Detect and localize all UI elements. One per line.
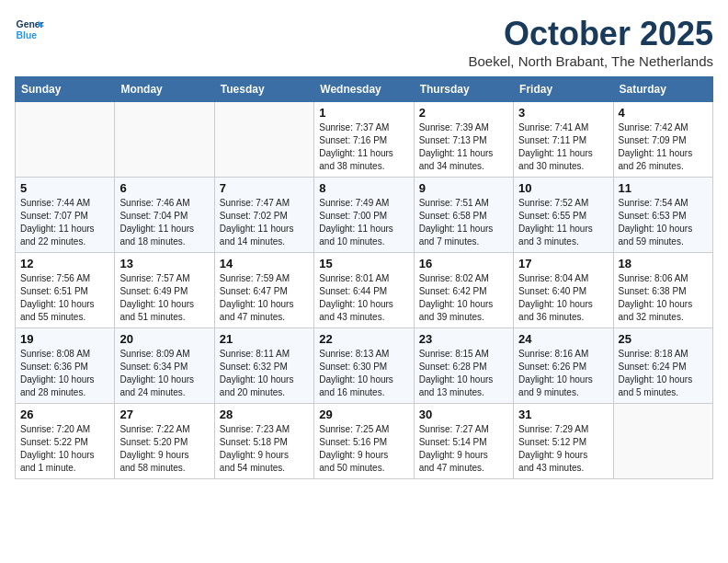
cell-day-number: 2 (419, 106, 508, 120)
calendar-cell: 4Sunrise: 7:42 AM Sunset: 7:09 PM Daylig… (613, 102, 712, 178)
cell-day-number: 25 (619, 332, 708, 346)
calendar-cell (115, 102, 214, 178)
cell-day-number: 31 (518, 408, 608, 421)
cell-day-info: Sunrise: 7:25 AM Sunset: 5:16 PM Dayligh… (319, 423, 408, 475)
calendar-cell: 28Sunrise: 7:23 AM Sunset: 5:18 PM Dayli… (214, 404, 313, 479)
calendar-cell: 31Sunrise: 7:29 AM Sunset: 5:12 PM Dayli… (514, 404, 613, 479)
cell-day-info: Sunrise: 8:11 AM Sunset: 6:32 PM Dayligh… (220, 348, 309, 399)
calendar-cell: 30Sunrise: 7:27 AM Sunset: 5:14 PM Dayli… (414, 404, 513, 479)
cell-day-info: Sunrise: 7:39 AM Sunset: 7:13 PM Dayligh… (419, 121, 508, 173)
calendar-cell: 2Sunrise: 7:39 AM Sunset: 7:13 PM Daylig… (414, 102, 513, 178)
cell-day-info: Sunrise: 7:52 AM Sunset: 6:55 PM Dayligh… (518, 197, 608, 248)
cell-day-number: 20 (119, 332, 209, 346)
cell-day-info: Sunrise: 7:44 AM Sunset: 7:07 PM Dayligh… (20, 197, 109, 248)
cell-day-number: 13 (119, 257, 209, 270)
cell-day-number: 24 (518, 332, 608, 346)
cell-day-number: 16 (419, 257, 508, 270)
cell-day-number: 3 (518, 106, 608, 120)
calendar-cell: 15Sunrise: 8:01 AM Sunset: 6:44 PM Dayli… (314, 253, 414, 328)
cell-day-info: Sunrise: 8:09 AM Sunset: 6:34 PM Dayligh… (119, 348, 209, 399)
cell-day-info: Sunrise: 7:27 AM Sunset: 5:14 PM Dayligh… (419, 423, 508, 475)
logo: General Blue (15, 15, 44, 44)
cell-day-number: 21 (220, 332, 309, 346)
svg-text:Blue: Blue (17, 30, 38, 40)
cell-day-info: Sunrise: 7:47 AM Sunset: 7:02 PM Dayligh… (220, 197, 309, 248)
page-header: General Blue October 2025 Boekel, North … (15, 15, 713, 69)
calendar-cell: 19Sunrise: 8:08 AM Sunset: 6:36 PM Dayli… (16, 328, 115, 404)
cell-day-info: Sunrise: 7:29 AM Sunset: 5:12 PM Dayligh… (518, 423, 608, 475)
calendar-cell: 27Sunrise: 7:22 AM Sunset: 5:20 PM Dayli… (115, 404, 214, 479)
location-subtitle: Boekel, North Brabant, The Netherlands (468, 53, 713, 69)
cell-day-number: 9 (419, 181, 508, 195)
cell-day-number: 1 (319, 106, 408, 120)
cell-day-info: Sunrise: 7:51 AM Sunset: 6:58 PM Dayligh… (419, 197, 508, 248)
month-title: October 2025 (468, 15, 713, 53)
calendar-cell: 13Sunrise: 7:57 AM Sunset: 6:49 PM Dayli… (115, 253, 214, 328)
cell-day-number: 14 (220, 257, 309, 270)
cell-day-number: 26 (20, 408, 109, 421)
cell-day-number: 6 (119, 181, 209, 195)
calendar-row: 1Sunrise: 7:37 AM Sunset: 7:16 PM Daylig… (16, 102, 713, 178)
cell-day-number: 7 (220, 181, 309, 195)
weekday-header: Saturday (613, 77, 712, 102)
calendar-cell (16, 102, 115, 178)
calendar-cell: 20Sunrise: 8:09 AM Sunset: 6:34 PM Dayli… (115, 328, 214, 404)
calendar-cell: 26Sunrise: 7:20 AM Sunset: 5:22 PM Dayli… (16, 404, 115, 479)
cell-day-info: Sunrise: 8:16 AM Sunset: 6:26 PM Dayligh… (518, 348, 608, 399)
cell-day-info: Sunrise: 7:20 AM Sunset: 5:22 PM Dayligh… (20, 423, 109, 475)
calendar-cell: 1Sunrise: 7:37 AM Sunset: 7:16 PM Daylig… (314, 102, 414, 178)
weekday-header: Thursday (414, 77, 513, 102)
calendar-cell: 6Sunrise: 7:46 AM Sunset: 7:04 PM Daylig… (115, 178, 214, 253)
cell-day-number: 27 (119, 408, 209, 421)
weekday-header: Monday (115, 77, 214, 102)
cell-day-number: 23 (419, 332, 508, 346)
calendar-row: 5Sunrise: 7:44 AM Sunset: 7:07 PM Daylig… (16, 178, 713, 253)
cell-day-info: Sunrise: 8:06 AM Sunset: 6:38 PM Dayligh… (619, 272, 708, 324)
calendar-cell: 23Sunrise: 8:15 AM Sunset: 6:28 PM Dayli… (414, 328, 513, 404)
cell-day-number: 12 (20, 257, 109, 270)
cell-day-number: 29 (319, 408, 408, 421)
cell-day-info: Sunrise: 8:04 AM Sunset: 6:40 PM Dayligh… (518, 272, 608, 324)
cell-day-info: Sunrise: 7:49 AM Sunset: 7:00 PM Dayligh… (319, 197, 408, 248)
calendar-cell: 29Sunrise: 7:25 AM Sunset: 5:16 PM Dayli… (314, 404, 414, 479)
calendar-cell: 21Sunrise: 8:11 AM Sunset: 6:32 PM Dayli… (214, 328, 313, 404)
calendar-cell: 7Sunrise: 7:47 AM Sunset: 7:02 PM Daylig… (214, 178, 313, 253)
calendar-row: 12Sunrise: 7:56 AM Sunset: 6:51 PM Dayli… (16, 253, 713, 328)
cell-day-info: Sunrise: 7:59 AM Sunset: 6:47 PM Dayligh… (220, 272, 309, 324)
cell-day-number: 11 (619, 181, 708, 195)
calendar-cell: 14Sunrise: 7:59 AM Sunset: 6:47 PM Dayli… (214, 253, 313, 328)
cell-day-info: Sunrise: 8:01 AM Sunset: 6:44 PM Dayligh… (319, 272, 408, 324)
cell-day-number: 10 (518, 181, 608, 195)
cell-day-info: Sunrise: 8:15 AM Sunset: 6:28 PM Dayligh… (419, 348, 508, 399)
calendar-cell: 11Sunrise: 7:54 AM Sunset: 6:53 PM Dayli… (613, 178, 712, 253)
weekday-header: Tuesday (214, 77, 313, 102)
calendar-cell (214, 102, 313, 178)
calendar-cell: 16Sunrise: 8:02 AM Sunset: 6:42 PM Dayli… (414, 253, 513, 328)
cell-day-info: Sunrise: 8:18 AM Sunset: 6:24 PM Dayligh… (619, 348, 708, 399)
calendar-row: 19Sunrise: 8:08 AM Sunset: 6:36 PM Dayli… (16, 328, 713, 404)
cell-day-number: 28 (220, 408, 309, 421)
weekday-header: Wednesday (314, 77, 414, 102)
cell-day-info: Sunrise: 7:22 AM Sunset: 5:20 PM Dayligh… (119, 423, 209, 475)
calendar-cell: 22Sunrise: 8:13 AM Sunset: 6:30 PM Dayli… (314, 328, 414, 404)
cell-day-number: 18 (619, 257, 708, 270)
cell-day-info: Sunrise: 8:02 AM Sunset: 6:42 PM Dayligh… (419, 272, 508, 324)
calendar-cell (613, 404, 712, 479)
cell-day-number: 8 (319, 181, 408, 195)
cell-day-number: 22 (319, 332, 408, 346)
logo-icon: General Blue (15, 15, 44, 44)
calendar-cell: 5Sunrise: 7:44 AM Sunset: 7:07 PM Daylig… (16, 178, 115, 253)
cell-day-info: Sunrise: 7:41 AM Sunset: 7:11 PM Dayligh… (518, 121, 608, 173)
cell-day-info: Sunrise: 7:23 AM Sunset: 5:18 PM Dayligh… (220, 423, 309, 475)
calendar-cell: 17Sunrise: 8:04 AM Sunset: 6:40 PM Dayli… (514, 253, 613, 328)
cell-day-number: 5 (20, 181, 109, 195)
calendar-table: SundayMondayTuesdayWednesdayThursdayFrid… (15, 76, 713, 479)
cell-day-info: Sunrise: 7:56 AM Sunset: 6:51 PM Dayligh… (20, 272, 109, 324)
calendar-header-row: SundayMondayTuesdayWednesdayThursdayFrid… (16, 77, 713, 102)
cell-day-number: 30 (419, 408, 508, 421)
calendar-cell: 10Sunrise: 7:52 AM Sunset: 6:55 PM Dayli… (514, 178, 613, 253)
calendar-cell: 9Sunrise: 7:51 AM Sunset: 6:58 PM Daylig… (414, 178, 513, 253)
cell-day-info: Sunrise: 7:57 AM Sunset: 6:49 PM Dayligh… (119, 272, 209, 324)
calendar-cell: 18Sunrise: 8:06 AM Sunset: 6:38 PM Dayli… (613, 253, 712, 328)
weekday-header: Friday (514, 77, 613, 102)
